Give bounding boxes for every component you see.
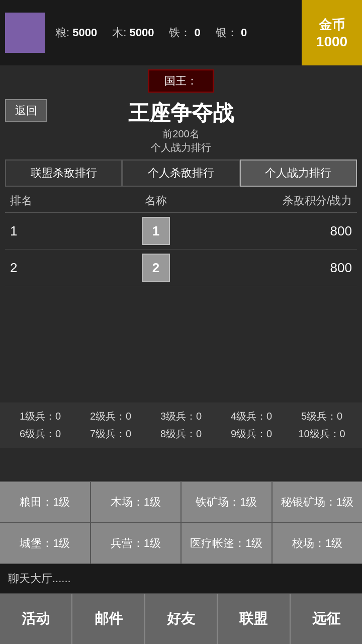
troop-6: 6级兵：0	[5, 427, 75, 441]
tab-personal-kills[interactable]: 个人杀敌排行	[122, 159, 239, 187]
col-rank-label: 排名	[10, 193, 50, 208]
back-button[interactable]: 返回	[5, 99, 47, 122]
page-title: 王座争夺战	[128, 99, 234, 127]
nav-alliance[interactable]: 联盟	[218, 594, 290, 644]
nav-friends[interactable]: 好友	[145, 594, 218, 644]
wood-resource: 木: 5000	[112, 25, 154, 40]
name-1: 1	[50, 217, 261, 245]
grain-value: 5000	[72, 26, 97, 39]
grain-resource: 粮: 5000	[55, 25, 97, 40]
king-badge: 国王：	[148, 69, 214, 93]
building-grain[interactable]: 粮田：1级	[0, 482, 91, 522]
building-row-2: 城堡：1级 兵营：1级 医疗帐篷：1级 校场：1级	[0, 522, 362, 564]
chat-placeholder: 聊天大厅......	[8, 572, 71, 585]
chat-bar[interactable]: 聊天大厅......	[0, 564, 362, 594]
troop-3: 3级兵：0	[146, 410, 216, 423]
troop-2: 2级兵：0	[75, 410, 146, 423]
nav-mail[interactable]: 邮件	[72, 594, 145, 644]
rank-header: 排名 名称 杀敌积分/战力	[5, 189, 357, 213]
wood-label: 木:	[112, 26, 126, 39]
troop-row-1: 1级兵：0 2级兵：0 3级兵：0 4级兵：0 5级兵：0	[0, 408, 362, 425]
rank-table: 排名 名称 杀敌积分/战力 1 1 800 2 2 800	[0, 189, 362, 286]
rank-1: 1	[10, 223, 50, 239]
iron-value: 0	[195, 26, 201, 39]
subtitle-bot: 个人战力排行	[151, 141, 211, 154]
name-badge-1: 1	[142, 217, 170, 245]
troop-9: 9级兵：0	[216, 427, 287, 441]
silver-label: 银：	[216, 26, 238, 39]
iron-label: 铁：	[169, 26, 191, 39]
troop-8: 8级兵：0	[146, 427, 216, 441]
col-score-label: 杀敌积分/战力	[261, 193, 352, 208]
silver-value: 0	[241, 26, 247, 39]
building-silver[interactable]: 秘银矿场：1级	[273, 482, 363, 522]
building-section: 粮田：1级 木场：1级 铁矿场：1级 秘银矿场：1级 城堡：1级 兵营：1级 医…	[0, 481, 362, 564]
troop-4: 4级兵：0	[216, 410, 287, 423]
name-2: 2	[50, 254, 261, 282]
building-wood[interactable]: 木场：1级	[91, 482, 182, 522]
col-name-label: 名称	[50, 193, 261, 208]
title-area: 返回 王座争夺战 前200名 个人战力排行	[0, 97, 362, 157]
name-badge-2: 2	[142, 254, 170, 282]
tab-alliance-kills[interactable]: 联盟杀敌排行	[5, 159, 122, 187]
king-label: 国王：	[164, 74, 198, 87]
subtitle-top: 前200名	[162, 127, 199, 141]
troop-10: 10级兵：0	[287, 427, 357, 441]
score-1: 800	[261, 223, 352, 239]
iron-resource: 铁： 0	[169, 25, 200, 40]
troop-row-2: 6级兵：0 7级兵：0 8级兵：0 9级兵：0 10级兵：0	[0, 425, 362, 443]
grain-label: 粮:	[55, 26, 69, 39]
building-row-1: 粮田：1级 木场：1级 铁矿场：1级 秘银矿场：1级	[0, 481, 362, 522]
nav-expedition[interactable]: 远征	[291, 594, 362, 644]
nav-activity[interactable]: 活动	[0, 594, 72, 644]
score-2: 800	[261, 260, 352, 276]
troop-section: 1级兵：0 2级兵：0 3级兵：0 4级兵：0 5级兵：0 6级兵：0 7级兵：…	[0, 403, 362, 448]
table-row: 1 1 800	[5, 213, 357, 250]
rank-2: 2	[10, 260, 50, 276]
gold-value: 1000	[316, 34, 347, 50]
building-training[interactable]: 校场：1级	[273, 523, 363, 564]
building-castle[interactable]: 城堡：1级	[0, 523, 91, 564]
troop-7: 7级兵：0	[75, 427, 146, 441]
building-iron[interactable]: 铁矿场：1级	[182, 482, 273, 522]
avatar	[5, 13, 45, 53]
king-bar: 国王：	[0, 65, 362, 97]
tab-row: 联盟杀敌排行 个人杀敌排行 个人战力排行	[0, 157, 362, 189]
table-row: 2 2 800	[5, 250, 357, 286]
troop-5: 5级兵：0	[287, 410, 357, 423]
building-barracks[interactable]: 兵营：1级	[91, 523, 182, 564]
silver-resource: 银： 0	[216, 25, 247, 40]
gold-box[interactable]: 金币 1000	[302, 0, 362, 65]
top-bar: 粮: 5000 木: 5000 铁： 0 银： 0 金币 1000	[0, 0, 362, 65]
bottom-nav: 活动 邮件 好友 联盟 远征	[0, 594, 362, 644]
troop-1: 1级兵：0	[5, 410, 75, 423]
building-hospital[interactable]: 医疗帐篷：1级	[182, 523, 273, 564]
tab-personal-power[interactable]: 个人战力排行	[240, 159, 357, 187]
wood-value: 5000	[129, 26, 154, 39]
gold-label: 金币	[319, 16, 345, 34]
